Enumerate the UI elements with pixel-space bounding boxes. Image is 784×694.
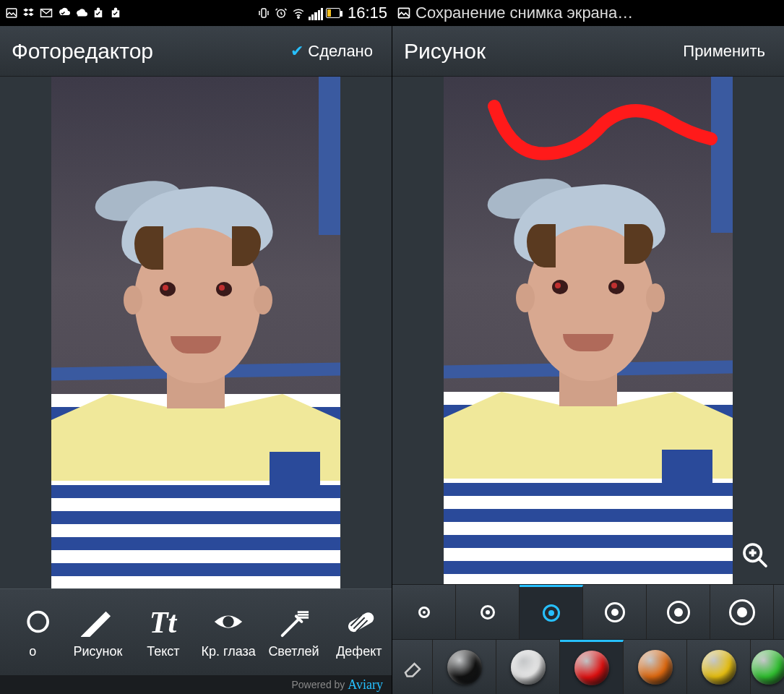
tool-redeye[interactable]: Кр. глаза <box>196 589 261 675</box>
page-title: Фоторедактор <box>12 39 283 64</box>
svg-rect-8 <box>346 610 376 633</box>
brush-size-row <box>392 584 784 639</box>
tool-label: Кр. глаза <box>202 644 256 659</box>
svg-rect-2 <box>262 9 266 17</box>
zoom-in-button[interactable] <box>735 535 775 575</box>
bag-check-icon <box>108 6 123 20</box>
tool-label: Рисунок <box>74 644 123 659</box>
tool-blemish[interactable]: Дефект <box>327 589 392 675</box>
alarm-icon <box>274 6 288 20</box>
right-screen: Сохранение снимка экрана… Рисунок Примен… <box>392 0 784 694</box>
brush-size-1[interactable] <box>392 585 456 639</box>
brush-size-5[interactable] <box>647 585 710 639</box>
color-swatch-3[interactable] <box>560 640 624 694</box>
check-icon: ✔ <box>290 42 303 61</box>
eraser-tool[interactable] <box>392 640 433 694</box>
tool-label: о <box>29 644 36 659</box>
canvas-area[interactable] <box>0 77 392 588</box>
photo-preview <box>444 77 733 584</box>
check-cloud-icon <box>56 6 71 20</box>
page-title: Рисунок <box>404 39 676 64</box>
svg-point-5 <box>28 612 48 632</box>
color-swatch-5[interactable] <box>687 640 751 694</box>
apply-label: Применить <box>683 42 765 60</box>
status-time: 16:15 <box>348 4 387 22</box>
svg-point-4 <box>298 17 299 18</box>
status-bar: Сохранение снимка экрана… <box>392 0 784 26</box>
brush-size-2[interactable] <box>456 585 520 639</box>
battery-icon <box>326 6 340 20</box>
tool-cut-left[interactable]: о <box>0 589 65 675</box>
vibrate-icon <box>257 6 271 20</box>
canvas-area[interactable] <box>392 77 784 584</box>
picture-icon <box>4 6 19 20</box>
status-saving-label: Сохранение снимка экрана… <box>415 4 633 22</box>
picture-icon <box>397 6 411 20</box>
cloud-icon <box>74 6 88 20</box>
color-row <box>392 639 784 694</box>
svg-text:Tt: Tt <box>150 605 178 638</box>
color-swatch-4[interactable] <box>624 640 687 694</box>
done-button[interactable]: ✔ Сделано <box>283 36 380 67</box>
tool-label: Светлей <box>268 644 319 659</box>
tool-draw[interactable]: Рисунок <box>65 589 130 675</box>
brush-size-6[interactable] <box>710 585 774 639</box>
powered-label: Powered by <box>291 679 345 690</box>
color-swatch-2[interactable] <box>496 640 560 694</box>
powered-by: Powered by Aviary <box>0 675 392 694</box>
bag-check-icon <box>91 6 105 20</box>
brush-size-4[interactable] <box>583 585 647 639</box>
signal-icon <box>309 6 323 20</box>
gmail-icon <box>39 6 53 20</box>
color-swatch-6[interactable] <box>751 640 784 694</box>
app-header: Фоторедактор ✔ Сделано <box>0 26 392 77</box>
tool-whiten[interactable]: Светлей <box>261 589 326 675</box>
apply-button[interactable]: Применить <box>676 36 772 67</box>
left-screen: 16:15 Фоторедактор ✔ Сделано <box>0 0 392 694</box>
brush-size-3[interactable] <box>520 585 583 639</box>
status-bar: 16:15 <box>0 0 392 26</box>
done-label: Сделано <box>308 42 373 61</box>
tool-label: Текст <box>147 644 179 659</box>
tool-label: Дефект <box>336 644 382 659</box>
tool-row: о Рисунок Tt Текст Кр. глаза Светлей Деф… <box>0 588 392 675</box>
photo-preview <box>51 77 340 588</box>
wifi-icon <box>291 6 306 20</box>
brand-name: Aviary <box>348 677 383 693</box>
svg-point-7 <box>223 616 233 627</box>
color-swatch-1[interactable] <box>433 640 496 694</box>
dropbox-icon <box>22 6 36 20</box>
app-header: Рисунок Применить <box>392 26 784 77</box>
tool-text[interactable]: Tt Текст <box>131 589 196 675</box>
